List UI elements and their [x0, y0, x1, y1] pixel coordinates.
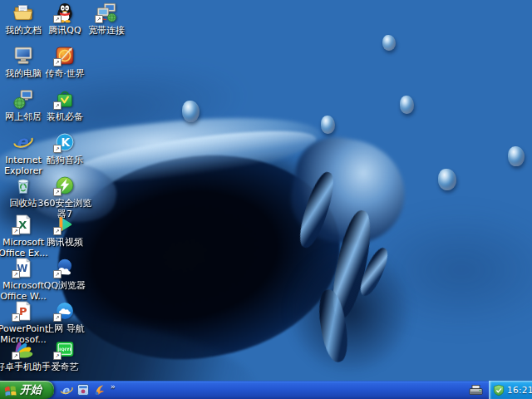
iqiyi-icon: IQIYI ↗: [54, 338, 76, 360]
shortcut-arrow-badge: ↗: [53, 188, 62, 196]
legend-world-game-icon: ↗: [54, 45, 76, 66]
shortcut-arrow-badge: ↗: [53, 145, 62, 153]
shortcut-arrow-badge: ↗: [53, 270, 62, 278]
my-documents-icon: [12, 2, 34, 23]
icon-label: 宽带连接: [74, 25, 139, 36]
excel-icon: X ↗: [12, 214, 34, 235]
word-icon: W ↗: [12, 257, 34, 278]
shortcut-arrow-badge: ↗: [12, 313, 20, 322]
network-places-icon: [12, 88, 34, 110]
kugou-letter: K: [61, 135, 71, 149]
shortcut-arrow-badge: ↗: [53, 58, 62, 66]
ie-quick-letter: e: [62, 384, 70, 397]
shortcut-arrow-badge: ↗: [53, 101, 62, 110]
quick-launch-bar: e »: [56, 381, 116, 399]
icon-label: 腾讯视频: [32, 237, 97, 248]
tencent-qq-icon: ↗: [54, 2, 76, 23]
blue-window-app-icon[interactable]: [76, 383, 90, 397]
ie-letter: e: [17, 132, 30, 152]
start-button-label: 开始: [20, 382, 42, 397]
desktop-icon-essential-software[interactable]: ↗ 装机必备: [42, 88, 88, 122]
desktop-icon-excel[interactable]: X ↗ Microsoft Office Ex...: [0, 214, 47, 259]
shortcut-arrow-badge: ↗: [12, 270, 20, 278]
internet-explorer-icon[interactable]: e: [59, 383, 73, 397]
shortcut-arrow-badge: ↗: [53, 352, 62, 360]
icon-label: 上网 导航: [32, 323, 97, 334]
water-droplet: [321, 116, 335, 134]
haozhuo-phone-assistant-icon: ↗: [12, 338, 34, 360]
kugou-music-icon: K ↗: [54, 131, 76, 153]
printer-icon[interactable]: [469, 384, 483, 396]
desktop-icon-legend-world[interactable]: ↗ 传奇·世界: [42, 45, 88, 79]
taskbar: 开始 e »: [0, 381, 532, 399]
shortcut-arrow-badge: ↗: [12, 352, 20, 360]
orange-swoosh-app-icon[interactable]: [92, 383, 106, 397]
icon-label: QQ浏览器: [32, 280, 97, 291]
shortcut-arrow-badge: ↗: [53, 313, 62, 322]
shortcut-arrow-badge: ↗: [12, 227, 20, 235]
shortcut-arrow-badge: ↗: [95, 15, 103, 23]
tray-clock[interactable]: 16:21: [507, 385, 532, 395]
desktop-icon-word[interactable]: W ↗ Microsoft Office W...: [0, 257, 47, 302]
icon-label: 酷狗音乐: [32, 155, 97, 165]
desktop-icon-broadband-connection[interactable]: ↗ 宽带连接: [83, 2, 130, 36]
water-droplet: [382, 35, 396, 51]
powerpoint-icon: P ↗: [12, 300, 34, 322]
internet-explorer-icon: e: [12, 131, 34, 153]
shortcut-arrow-badge: ↗: [53, 227, 62, 235]
desktop-icon-360-browser[interactable]: ↗ 360安全浏览 器7: [42, 175, 88, 219]
desktop-icon-kugou-music[interactable]: K ↗ 酷狗音乐: [42, 131, 88, 165]
web-navigation-icon: ↗: [54, 300, 76, 322]
desktop-icon-qq-browser[interactable]: ↗ QQ浏览器: [42, 257, 88, 291]
icon-label: 传奇·世界: [32, 68, 97, 79]
water-droplet: [400, 96, 414, 114]
360-safe-browser-icon: ↗: [54, 175, 76, 196]
desktop-icon-tencent-video[interactable]: ↗ 腾讯视频: [42, 214, 88, 248]
powerpoint-letter: P: [19, 305, 27, 318]
windows-logo-icon: [3, 383, 17, 397]
system-tray: 16:21: [489, 381, 532, 399]
qq-browser-icon: ↗: [54, 257, 76, 278]
desktop-icon-internet-explorer[interactable]: e Internet Explorer: [0, 131, 47, 176]
my-computer-icon: [12, 45, 34, 66]
green-shield-icon[interactable]: [493, 384, 505, 397]
water-droplet: [508, 146, 525, 166]
tencent-video-icon: ↗: [54, 214, 76, 235]
water-droplet: [438, 169, 456, 190]
shortcut-arrow-badge: ↗: [53, 15, 62, 23]
recycle-bin-icon: [12, 175, 34, 196]
water-droplet: [182, 101, 200, 122]
desktop-icon-web-navigation[interactable]: ↗ 上网 导航: [42, 300, 88, 334]
essential-software-bag-icon: ↗: [54, 88, 76, 110]
icon-label: 装机必备: [32, 111, 97, 122]
desktop-icon-iqiyi[interactable]: IQIYI ↗ 爱奇艺: [42, 338, 88, 372]
broadband-connection-icon: ↗: [96, 2, 117, 23]
quick-launch-overflow-chevron[interactable]: »: [111, 382, 116, 391]
icon-label: 爱奇艺: [32, 362, 97, 372]
start-button[interactable]: 开始: [0, 381, 54, 399]
